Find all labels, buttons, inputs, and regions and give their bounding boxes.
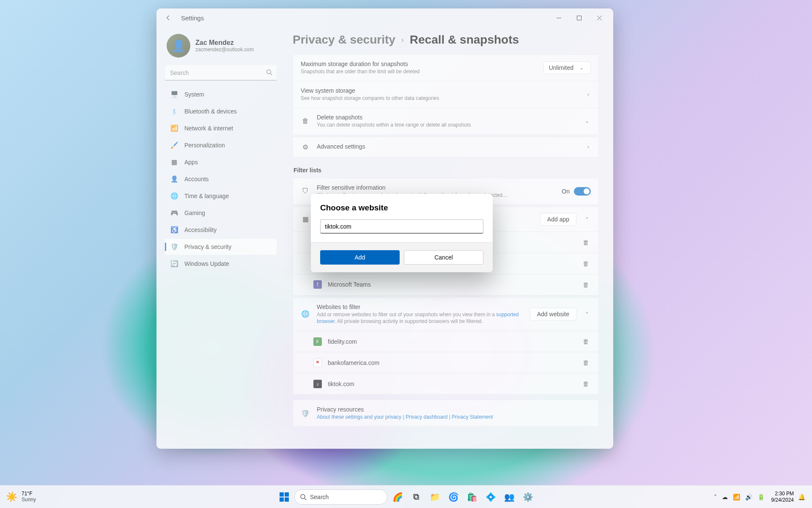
choose-website-dialog: Choose a website Add Cancel: [311, 194, 493, 272]
settings-button[interactable]: ⚙️: [519, 489, 536, 505]
add-button[interactable]: Add: [320, 250, 400, 265]
svg-line-5: [304, 498, 306, 500]
sun-icon: ☀️: [6, 491, 17, 502]
onedrive-icon[interactable]: ☁: [721, 493, 729, 501]
volume-icon[interactable]: 🔊: [744, 493, 753, 501]
explorer-button[interactable]: 📁: [426, 489, 443, 505]
battery-icon[interactable]: 🔋: [757, 493, 765, 501]
website-url-input[interactable]: [320, 219, 483, 234]
windows-logo-icon: [280, 492, 289, 502]
taskbar-search[interactable]: Search: [294, 489, 387, 505]
weather-widget[interactable]: ☀️ 71°F Sunny: [0, 491, 36, 503]
dialog-title: Choose a website: [320, 203, 483, 213]
clock[interactable]: 2:30 PM 9/24/2024: [771, 491, 794, 503]
taskbar: ☀️ 71°F Sunny Search 🌈 ⧉ 📁 🌀 🛍️ 💠 👥 ⚙️ ˄…: [0, 485, 812, 508]
store-button[interactable]: 🛍️: [464, 489, 480, 505]
teams-button[interactable]: 👥: [501, 489, 518, 505]
start-button[interactable]: [276, 489, 293, 505]
task-view-button[interactable]: ⧉: [408, 489, 425, 505]
cancel-button[interactable]: Cancel: [404, 250, 483, 265]
copilot-button[interactable]: 🌈: [389, 489, 406, 505]
copilot-app-button[interactable]: 💠: [482, 489, 499, 505]
tray-chevron-up-icon[interactable]: ˄: [713, 493, 718, 501]
weather-cond: Sunny: [22, 497, 36, 503]
weather-temp: 71°F: [22, 491, 36, 497]
wifi-icon[interactable]: 📶: [732, 493, 741, 501]
svg-point-4: [301, 494, 305, 499]
notifications-icon[interactable]: 🔔: [797, 493, 806, 501]
edge-button[interactable]: 🌀: [445, 489, 462, 505]
search-icon: [300, 494, 307, 500]
